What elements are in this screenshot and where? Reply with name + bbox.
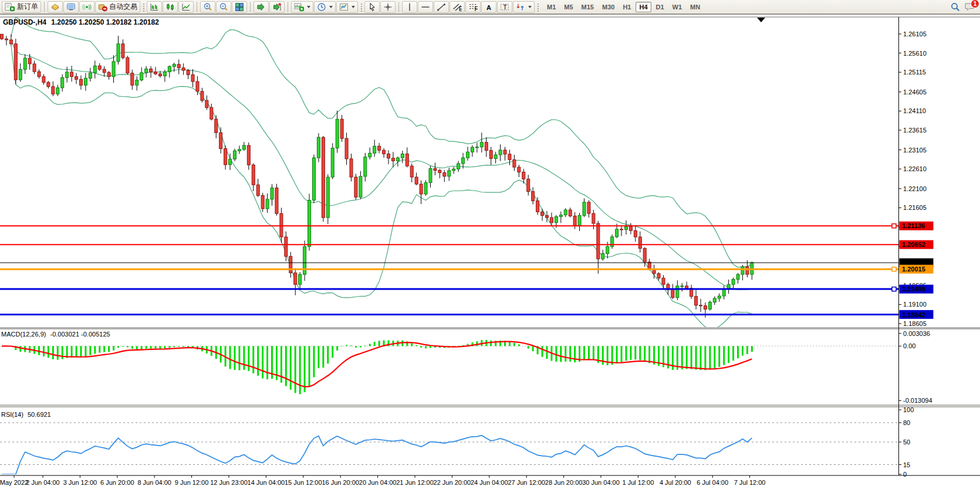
timeframe-button-m15[interactable]: M15 bbox=[578, 2, 597, 12]
label-button[interactable]: T bbox=[497, 1, 512, 13]
candle bbox=[569, 210, 572, 216]
fibonacci-icon: F bbox=[468, 2, 478, 12]
horizontal-line-button[interactable] bbox=[418, 1, 433, 13]
trendline-button[interactable] bbox=[434, 1, 449, 13]
chart-canvas[interactable]: 1.261051.256101.251151.246051.241101.236… bbox=[0, 15, 980, 486]
timeframe-button-d1[interactable]: D1 bbox=[653, 2, 668, 12]
timeframe-button-m30[interactable]: M30 bbox=[599, 2, 618, 12]
chart-window[interactable]: 1.261051.256101.251151.246051.241101.236… bbox=[0, 14, 980, 486]
timeframe-button-h1[interactable]: H1 bbox=[619, 2, 634, 12]
timeframe-button-m5[interactable]: M5 bbox=[560, 2, 576, 12]
template-button[interactable] bbox=[336, 1, 358, 13]
candle bbox=[331, 148, 334, 177]
svg-text:T: T bbox=[503, 3, 507, 10]
candle bbox=[452, 169, 455, 171]
dropdown-caret bbox=[352, 6, 355, 8]
time-axis-label: 3 Jun 12:00 bbox=[63, 479, 97, 486]
candle bbox=[583, 202, 586, 216]
time-axis-label: 21 Jun 12:00 bbox=[396, 479, 434, 486]
candle bbox=[103, 69, 106, 73]
line-chart-button[interactable] bbox=[178, 1, 194, 13]
timeframe-button-h4[interactable]: H4 bbox=[636, 2, 651, 12]
candle bbox=[299, 274, 302, 284]
time-axis-label: 20 Jun 04:00 bbox=[359, 479, 397, 486]
candle bbox=[312, 158, 315, 200]
candle bbox=[378, 146, 381, 150]
tile-windows-button[interactable] bbox=[232, 1, 247, 13]
chart-shift-button[interactable] bbox=[269, 1, 285, 13]
candle bbox=[657, 274, 660, 278]
candle bbox=[434, 169, 437, 171]
toolbar-separator bbox=[250, 2, 251, 12]
price-level-lines[interactable] bbox=[0, 226, 898, 314]
candlestick-chart-button[interactable] bbox=[163, 1, 178, 13]
chart-shift-marker[interactable] bbox=[757, 18, 765, 22]
price-axis[interactable]: 1.261051.256101.251151.246051.241101.236… bbox=[892, 17, 934, 478]
candle bbox=[746, 267, 749, 274]
new-chart-button[interactable] bbox=[291, 1, 313, 13]
candle bbox=[229, 159, 232, 165]
bollinger-bands bbox=[11, 16, 752, 328]
bar-chart-button[interactable] bbox=[147, 1, 162, 13]
fibonacci-button[interactable]: F bbox=[465, 1, 481, 13]
search-button[interactable] bbox=[950, 2, 961, 12]
candle bbox=[727, 284, 730, 289]
crosshair-button[interactable] bbox=[380, 1, 396, 13]
vertical-line-button[interactable] bbox=[402, 1, 417, 13]
candle bbox=[187, 70, 190, 75]
label-icon: T bbox=[500, 2, 509, 12]
candle bbox=[210, 107, 213, 119]
auto-trading-button[interactable]: 自动交易 bbox=[95, 1, 140, 13]
candle bbox=[275, 188, 278, 213]
price-badge-value: 1.20015 bbox=[902, 266, 925, 273]
candle bbox=[513, 159, 516, 167]
terminal-button[interactable] bbox=[63, 1, 79, 13]
candle bbox=[150, 69, 153, 72]
candle bbox=[345, 138, 348, 159]
time-axis-label: 6 Jun 20:00 bbox=[100, 479, 134, 486]
candle bbox=[616, 229, 619, 237]
candle bbox=[238, 149, 241, 151]
level-anchor-square bbox=[892, 287, 896, 291]
candle bbox=[387, 154, 390, 158]
new-order-button[interactable]: 新订单 bbox=[2, 1, 41, 13]
candle bbox=[252, 165, 255, 185]
timeframe-button-m1[interactable]: M1 bbox=[543, 2, 559, 12]
text-button[interactable]: A bbox=[481, 1, 496, 13]
time-axis[interactable]: May 20222 Jun 04:003 Jun 12:006 Jun 20:0… bbox=[0, 475, 980, 486]
signal-button[interactable] bbox=[79, 1, 94, 13]
candle bbox=[741, 267, 744, 274]
candle bbox=[624, 226, 627, 229]
toolbar-drag-handle[interactable] bbox=[536, 2, 539, 12]
candle bbox=[173, 64, 175, 67]
period-button[interactable] bbox=[314, 1, 336, 13]
candle bbox=[354, 177, 357, 197]
candle bbox=[662, 278, 665, 284]
market-button[interactable] bbox=[48, 1, 63, 13]
cursor-button[interactable] bbox=[364, 1, 380, 13]
arrows-button[interactable] bbox=[513, 1, 535, 13]
candle bbox=[415, 177, 418, 184]
auto-scroll-button[interactable] bbox=[254, 1, 269, 13]
candle bbox=[601, 254, 604, 259]
time-axis-label: 22 Jun 20:00 bbox=[434, 479, 471, 486]
candle bbox=[47, 82, 50, 86]
timeframe-button-w1[interactable]: W1 bbox=[669, 2, 686, 12]
candle bbox=[373, 146, 376, 153]
toolbar-drag-handle[interactable] bbox=[360, 2, 363, 12]
notifications-button[interactable]: 1 bbox=[964, 2, 976, 12]
zoom-out-button[interactable] bbox=[216, 1, 231, 13]
auto-trading-icon bbox=[98, 2, 107, 12]
candle bbox=[42, 77, 45, 83]
timeframe-button-mn[interactable]: MN bbox=[687, 2, 704, 12]
rsi-label: RSI(14) 50.6921 bbox=[1, 411, 53, 418]
candle bbox=[383, 150, 386, 154]
toolbar-drag-handle[interactable] bbox=[142, 2, 145, 12]
candle bbox=[163, 72, 166, 76]
dropdown-caret bbox=[528, 6, 532, 8]
candle bbox=[359, 176, 362, 197]
candle bbox=[280, 213, 283, 237]
candle bbox=[182, 68, 185, 70]
zoom-in-button[interactable] bbox=[200, 1, 215, 13]
channel-button[interactable]: E bbox=[450, 1, 465, 13]
